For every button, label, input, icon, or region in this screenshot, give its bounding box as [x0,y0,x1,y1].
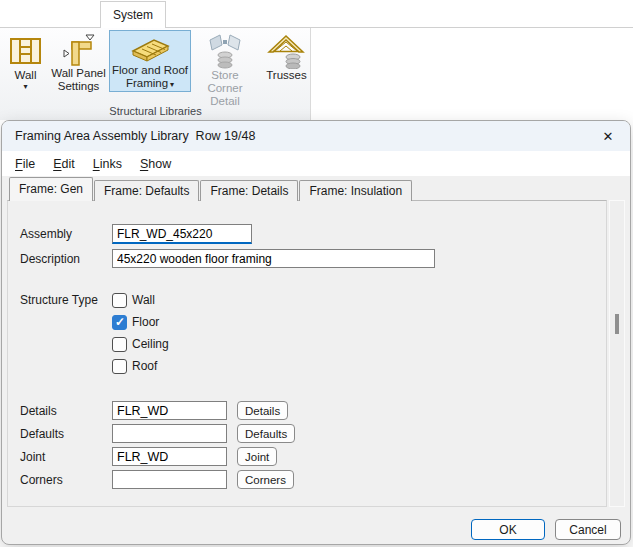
dialog-titlebar[interactable]: Framing Area Assembly Library Row 19/48 … [2,121,630,151]
trusses-label: Trusses [266,69,306,82]
close-icon[interactable]: ✕ [599,129,617,144]
vertical-scrollbar[interactable] [609,200,625,507]
wall-button[interactable]: Wall ▾ [3,30,48,92]
trusses-button[interactable]: Trusses [259,30,314,92]
floor-roof-framing-icon [129,33,171,64]
dialog-tabstrip: Frame: Gen Frame: Defaults Frame: Detail… [9,177,413,201]
ok-button[interactable]: OK [471,519,545,540]
scrollbar-thumb[interactable] [615,314,619,334]
ribbon: System Wall ▾ [0,0,633,119]
menu-file[interactable]: File [6,153,44,175]
store-corner-detail-button: Store Corner Detail [193,30,257,92]
dialog-title: Framing Area Assembly Library Row 19/48 [15,129,255,143]
wall-panel-settings-label-line1: Wall Panel [51,67,106,80]
trusses-icon [267,33,307,69]
ribbon-tab-system[interactable]: System [100,1,166,28]
structure-option-roof[interactable]: Roof [112,358,157,374]
ceiling-checkbox[interactable] [112,337,127,352]
structure-option-floor[interactable]: Floor [112,314,159,330]
ribbon-group-structural-libraries: Wall ▾ Wall Panel Settings [0,28,311,120]
corners-label: Corners [20,473,63,487]
floor-and-roof-framing-button[interactable]: Floor and Roof Framing▾ [109,30,191,92]
details-label: Details [20,404,57,418]
structure-option-wall[interactable]: Wall [112,292,155,308]
roof-checkbox[interactable] [112,359,127,374]
tab-frame-gen[interactable]: Frame: Gen [9,177,93,201]
wall-panel-settings-button[interactable]: Wall Panel Settings [50,30,107,92]
tab-frame-insulation[interactable]: Frame: Insulation [299,180,412,201]
description-label: Description [20,252,80,266]
floor-roof-framing-label-line2: Framing▾ [126,77,174,91]
structure-option-ceiling[interactable]: Ceiling [112,336,169,352]
ceiling-checkbox-label: Ceiling [132,337,169,351]
wall-panel-settings-label-line2: Settings [58,80,100,93]
description-input[interactable] [112,249,435,268]
corners-input[interactable] [112,470,227,489]
framing-assembly-dialog: Framing Area Assembly Library Row 19/48 … [1,120,631,545]
floor-roof-framing-label-line1: Floor and Roof [112,64,188,77]
joint-button[interactable]: Joint [237,447,277,466]
structure-type-label: Structure Type [20,293,98,307]
tab-content-pane: Assembly Description Structure Type Wall… [7,200,607,507]
corners-button[interactable]: Corners [237,470,294,489]
wall-button-label: Wall [15,69,37,82]
cancel-button[interactable]: Cancel [555,519,621,540]
ribbon-body: Wall ▾ Wall Panel Settings [0,27,633,119]
store-corner-detail-icon [207,33,243,69]
assembly-input[interactable] [112,224,252,244]
dropdown-caret-icon: ▾ [23,82,27,91]
defaults-button[interactable]: Defaults [237,424,295,443]
wall-checkbox[interactable] [112,293,127,308]
wall-panel-settings-icon [61,33,97,67]
assembly-label: Assembly [20,227,72,241]
defaults-label: Defaults [20,427,64,441]
dropdown-caret-icon: ▾ [170,80,174,89]
details-button[interactable]: Details [237,401,288,420]
dialog-menubar: File Edit Links Show [2,151,630,176]
menu-links[interactable]: Links [84,153,131,175]
defaults-input[interactable] [112,424,227,443]
wall-checkbox-label: Wall [132,293,155,307]
tab-frame-defaults[interactable]: Frame: Defaults [94,180,199,201]
ribbon-group-label: Structural Libraries [0,105,311,117]
joint-input[interactable] [112,447,227,466]
tab-frame-details[interactable]: Frame: Details [200,180,298,201]
ribbon-tabstrip [0,0,633,27]
menu-show[interactable]: Show [131,153,180,175]
menu-edit[interactable]: Edit [44,153,84,175]
floor-checkbox[interactable] [112,315,127,330]
wall-icon [9,33,43,69]
details-input[interactable] [112,401,227,420]
roof-checkbox-label: Roof [132,359,157,373]
store-corner-detail-label-line1: Store Corner [194,69,256,95]
joint-label: Joint [20,450,45,464]
floor-checkbox-label: Floor [132,315,159,329]
